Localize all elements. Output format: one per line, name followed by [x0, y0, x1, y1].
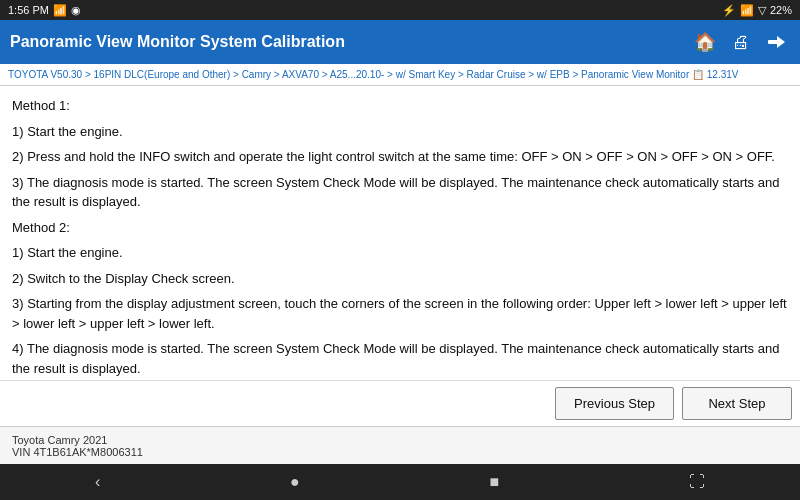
- battery-percent: 22%: [770, 4, 792, 16]
- triangle-icon: ▽: [758, 4, 766, 17]
- header: Panoramic View Monitor System Calibratio…: [0, 20, 800, 64]
- page-title: Panoramic View Monitor System Calibratio…: [10, 33, 345, 51]
- status-bar: 1:56 PM 📶 ◉ ⚡ 📶 ▽ 22%: [0, 0, 800, 20]
- breadcrumb-text: TOYOTA V50.30 > 16PIN DLC(Europe and Oth…: [8, 69, 739, 80]
- vehicle-name: Toyota Camry 2021: [12, 434, 788, 446]
- method2-step3: 3) Starting from the display adjustment …: [12, 294, 788, 333]
- time-display: 1:56 PM: [8, 4, 49, 16]
- print-button[interactable]: 🖨: [728, 28, 754, 57]
- header-icons: 🏠 🖨: [690, 27, 790, 57]
- signal-icon: 📶: [53, 4, 67, 17]
- method2-step1: 1) Start the engine.: [12, 243, 788, 263]
- footer: Toyota Camry 2021 VIN 4T1B61AK*M8006311: [0, 426, 800, 464]
- home-nav-button[interactable]: ●: [274, 467, 316, 497]
- content-body: Method 1: 1) Start the engine. 2) Press …: [12, 96, 788, 380]
- bluetooth-icon: ⚡: [722, 4, 736, 17]
- vehicle-vin: VIN 4T1B61AK*M8006311: [12, 446, 788, 458]
- previous-step-button[interactable]: Previous Step: [555, 387, 674, 420]
- method2-header: Method 2:: [12, 218, 788, 238]
- method2-step4: 4) The diagnosis mode is started. The sc…: [12, 339, 788, 378]
- next-step-button[interactable]: Next Step: [682, 387, 792, 420]
- breadcrumb: TOYOTA V50.30 > 16PIN DLC(Europe and Oth…: [0, 64, 800, 86]
- gps-icon: ◉: [71, 4, 81, 17]
- recents-nav-button[interactable]: ■: [474, 467, 516, 497]
- main-content: Method 1: 1) Start the engine. 2) Press …: [0, 86, 800, 380]
- method2-step2: 2) Switch to the Display Check screen.: [12, 269, 788, 289]
- method1-step1: 1) Start the engine.: [12, 122, 788, 142]
- nav-bar: ‹ ● ■ ⛶: [0, 464, 800, 500]
- method1-step2: 2) Press and hold the INFO switch and op…: [12, 147, 788, 167]
- status-right: ⚡ 📶 ▽ 22%: [722, 4, 792, 17]
- method1-step3: 3) The diagnosis mode is started. The sc…: [12, 173, 788, 212]
- exit-button[interactable]: [762, 28, 790, 56]
- back-nav-button[interactable]: ‹: [79, 467, 116, 497]
- status-left: 1:56 PM 📶 ◉: [8, 4, 81, 17]
- home-button[interactable]: 🏠: [690, 27, 720, 57]
- wifi-icon: 📶: [740, 4, 754, 17]
- button-row: Previous Step Next Step: [0, 380, 800, 426]
- screen-nav-button[interactable]: ⛶: [673, 467, 721, 497]
- method1-header: Method 1:: [12, 96, 788, 116]
- svg-marker-1: [777, 36, 785, 48]
